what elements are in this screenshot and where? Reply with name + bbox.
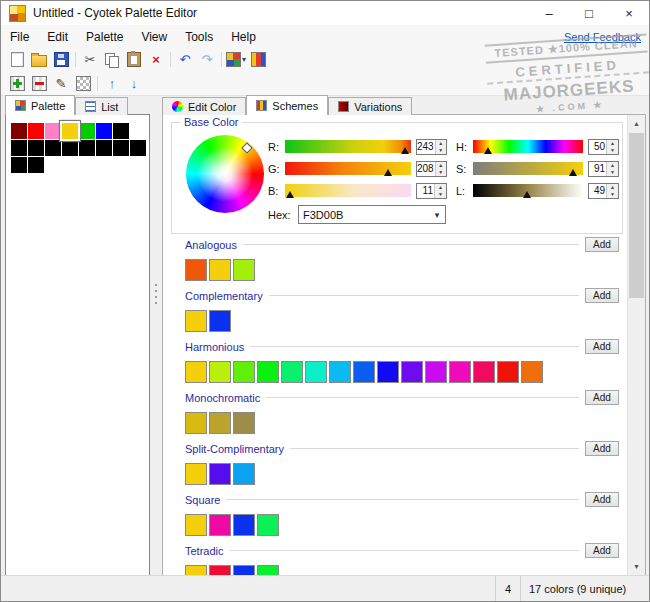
spin-up-icon[interactable]: ▲	[435, 184, 446, 191]
maximize-button[interactable]: □	[569, 1, 609, 25]
scheme-swatch[interactable]	[281, 361, 303, 383]
red-spinner[interactable]: 243▲▼	[416, 139, 447, 155]
cut-icon[interactable]: ✂	[79, 50, 101, 70]
hue-slider[interactable]	[473, 140, 583, 153]
green-slider-marker[interactable]	[384, 169, 392, 176]
add-button-tetradic[interactable]: Add	[585, 543, 619, 558]
spin-down-icon[interactable]: ▼	[436, 147, 446, 154]
vertical-scrollbar[interactable]: ▲ ▼	[627, 115, 645, 575]
undo-icon[interactable]: ↶	[174, 50, 196, 70]
new-palette-icon[interactable]	[6, 50, 28, 70]
spin-up-icon[interactable]: ▲	[436, 140, 446, 147]
open-palette-icon[interactable]	[28, 50, 50, 70]
palette-cell[interactable]	[28, 140, 44, 156]
scroll-up-icon[interactable]: ▲	[628, 115, 645, 132]
spin-down-icon[interactable]: ▼	[607, 169, 618, 176]
tab-edit-color[interactable]: Edit Color	[162, 97, 246, 115]
scheme-swatch[interactable]	[185, 259, 207, 281]
menu-file[interactable]: File	[1, 30, 38, 44]
tab-palette[interactable]: Palette	[5, 95, 75, 115]
scheme-swatch[interactable]	[305, 361, 327, 383]
blue-slider-marker[interactable]	[286, 191, 294, 198]
redo-icon[interactable]: ↷	[196, 50, 218, 70]
scheme-swatch[interactable]	[209, 310, 231, 332]
scheme-swatch[interactable]	[449, 361, 471, 383]
scheme-swatch[interactable]	[353, 361, 375, 383]
scheme-swatch[interactable]	[425, 361, 447, 383]
spin-up-icon[interactable]: ▲	[607, 184, 618, 191]
remove-color-icon[interactable]	[28, 73, 50, 93]
scrollbar-thumb[interactable]	[629, 133, 644, 298]
scheme-swatch[interactable]	[521, 361, 543, 383]
saturation-slider[interactable]	[473, 162, 583, 175]
scheme-swatch[interactable]	[185, 361, 207, 383]
color-wheel-marker[interactable]	[241, 142, 252, 153]
palette-cell[interactable]	[11, 123, 27, 139]
palette-cell[interactable]	[28, 157, 44, 173]
scheme-swatch[interactable]	[233, 463, 255, 485]
spin-up-icon[interactable]: ▲	[607, 162, 618, 169]
palette-cell[interactable]	[79, 123, 95, 139]
red-slider[interactable]	[285, 140, 411, 153]
spin-up-icon[interactable]: ▲	[436, 162, 446, 169]
panel-splitter[interactable]	[151, 114, 161, 576]
palette-cell[interactable]	[96, 123, 112, 139]
color-wheel[interactable]	[186, 135, 264, 213]
hue-spinner[interactable]: 50▲▼	[588, 139, 619, 155]
scroll-down-icon[interactable]: ▼	[628, 558, 645, 575]
menu-tools[interactable]: Tools	[176, 30, 222, 44]
blue-slider[interactable]	[285, 184, 411, 197]
copy-icon[interactable]	[101, 50, 123, 70]
scheme-swatch[interactable]	[257, 514, 279, 536]
edit-color-icon[interactable]: ✎	[50, 73, 72, 93]
hex-combobox[interactable]: F3D00B ▾	[298, 205, 446, 224]
red-slider-marker[interactable]	[401, 147, 409, 154]
add-color-icon[interactable]	[6, 73, 28, 93]
scheme-swatch[interactable]	[233, 412, 255, 434]
scheme-swatch[interactable]	[209, 463, 231, 485]
palette-cell[interactable]	[45, 123, 61, 139]
green-slider[interactable]	[285, 162, 411, 175]
close-button[interactable]: ×	[609, 1, 649, 25]
delete-icon[interactable]: ×	[145, 50, 167, 70]
spin-up-icon[interactable]: ▲	[607, 140, 618, 147]
scheme-swatch[interactable]	[209, 514, 231, 536]
lightness-spinner[interactable]: 49▲▼	[588, 183, 619, 199]
scheme-swatch[interactable]	[209, 412, 231, 434]
spin-down-icon[interactable]: ▼	[607, 191, 618, 198]
color-order-icon[interactable]	[247, 50, 269, 70]
palette-cell[interactable]	[130, 140, 146, 156]
tab-schemes[interactable]: Schemes	[246, 95, 328, 115]
palette-cell-selected[interactable]	[62, 123, 78, 139]
scheme-swatch[interactable]	[257, 361, 279, 383]
lightness-slider-marker[interactable]	[523, 191, 531, 198]
scheme-swatch[interactable]	[497, 361, 519, 383]
scheme-swatch[interactable]	[473, 361, 495, 383]
paste-icon[interactable]	[123, 50, 145, 70]
scheme-swatch[interactable]	[209, 259, 231, 281]
palette-cell[interactable]	[79, 140, 95, 156]
transparent-color-icon[interactable]	[72, 73, 94, 93]
palette-cell[interactable]	[113, 140, 129, 156]
green-spinner[interactable]: 208▲▼	[416, 161, 447, 177]
palette-cell[interactable]	[45, 140, 61, 156]
add-button-complementary[interactable]: Add	[585, 288, 619, 303]
saturation-slider-marker[interactable]	[569, 169, 577, 176]
spin-down-icon[interactable]: ▼	[607, 147, 618, 154]
menu-edit[interactable]: Edit	[38, 30, 77, 44]
palette-cell[interactable]	[11, 140, 27, 156]
scheme-swatch[interactable]	[185, 412, 207, 434]
scheme-swatch[interactable]	[233, 514, 255, 536]
menu-palette[interactable]: Palette	[77, 30, 132, 44]
add-button-split-complimentary[interactable]: Add	[585, 441, 619, 456]
palette-cell[interactable]	[113, 123, 129, 139]
add-button-analogous[interactable]: Add	[585, 237, 619, 252]
move-down-icon[interactable]: ↓	[123, 73, 145, 93]
minimize-button[interactable]: –	[529, 1, 569, 25]
spin-down-icon[interactable]: ▼	[435, 191, 446, 198]
menu-help[interactable]: Help	[222, 30, 265, 44]
palette-cell[interactable]	[96, 140, 112, 156]
add-button-square[interactable]: Add	[585, 492, 619, 507]
tab-variations[interactable]: Variations	[328, 97, 412, 115]
scheme-swatch[interactable]	[185, 310, 207, 332]
